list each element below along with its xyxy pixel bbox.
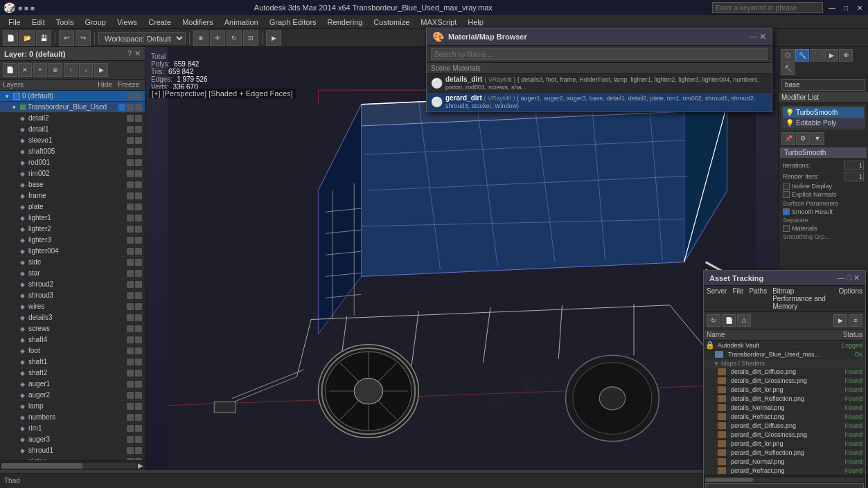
at-btn-reload[interactable]: ↻ — [707, 314, 720, 327]
layer-item[interactable]: ◆shaft4 — [0, 334, 145, 345]
material-row-details-dirt[interactable]: ⚪ details_dirt ( VRayMtl ) { details3, f… — [427, 74, 772, 93]
workspace-dropdown[interactable]: Workspace: Default — [98, 32, 186, 44]
material-browser-minimize[interactable]: — — [750, 32, 757, 42]
at-menu-bitmap[interactable]: Bitmap Performance and Memory — [772, 287, 833, 310]
layer-dot[interactable] — [135, 115, 142, 122]
layer-dot[interactable] — [127, 314, 134, 321]
layer-dot[interactable] — [127, 403, 134, 410]
layer-dot[interactable] — [135, 336, 142, 343]
layer-add-selection-button[interactable]: + — [33, 63, 47, 77]
layer-item[interactable]: ◆auger1 — [0, 379, 145, 390]
at-row[interactable]: details_dirt_Reflection.png Found — [704, 395, 865, 404]
mod-config-button[interactable]: ⚙ — [796, 132, 810, 145]
layer-dot[interactable] — [127, 347, 134, 354]
mod-pin-button[interactable]: 📌 — [781, 132, 795, 145]
menu-graph-editors[interactable]: Graph Editors — [264, 15, 322, 29]
open-button[interactable]: 📂 — [19, 30, 35, 46]
menu-animation[interactable]: Animation — [219, 15, 264, 29]
layer-dot[interactable] — [127, 170, 134, 177]
cp-tab-utility[interactable]: 🔨 — [781, 62, 795, 75]
at-menu-options[interactable]: Options — [839, 287, 862, 310]
layer-item[interactable]: ◆shroud3 — [0, 290, 145, 301]
layer-new-button[interactable]: 📄 — [3, 63, 17, 77]
layer-item[interactable]: ◆lighter3 — [0, 235, 145, 246]
scale-button[interactable]: ⊡ — [243, 30, 258, 46]
close-button[interactable]: ✕ — [855, 3, 865, 12]
layer-dot[interactable] — [127, 226, 134, 233]
render-iters-input[interactable] — [844, 172, 864, 181]
menu-file[interactable]: File — [3, 15, 26, 29]
layer-dot[interactable] — [127, 392, 134, 399]
menu-help[interactable]: Help — [462, 15, 489, 29]
menu-group[interactable]: Group — [79, 15, 112, 29]
cp-tab-modify[interactable]: 🔧 — [795, 49, 809, 62]
undo-button[interactable]: ↩ — [59, 30, 74, 46]
at-menu-file[interactable]: File — [732, 287, 743, 310]
at-scrollbar-h[interactable] — [705, 478, 864, 482]
new-button[interactable]: 📄 — [3, 30, 18, 46]
layer-item[interactable]: ◆numbers — [0, 412, 145, 423]
cp-tab-hierarchy[interactable]: ⬛ — [810, 49, 824, 62]
at-row[interactable]: perard_Refract.png Found — [704, 467, 865, 476]
layer-delete-button[interactable]: ✕ — [18, 63, 32, 77]
cp-tab-create[interactable]: ⬡ — [781, 49, 795, 62]
layers-col-freeze[interactable]: Freeze — [115, 81, 142, 89]
scroll-right-button[interactable]: ▶ — [138, 462, 143, 469]
at-row[interactable]: perard_dirt_Glossiness.png Found — [704, 431, 865, 440]
layer-dot[interactable] — [135, 359, 142, 365]
layer-dot[interactable] — [135, 215, 142, 222]
layer-dot[interactable] — [127, 148, 134, 155]
menu-maxscript[interactable]: MAXScript — [415, 15, 462, 29]
layer-dot[interactable] — [135, 425, 142, 432]
layer-dot[interactable] — [135, 403, 142, 410]
select-button[interactable]: ⊕ — [193, 30, 209, 46]
at-row[interactable]: perard_Normal.png Found — [704, 458, 865, 467]
layers-scrollbar[interactable] — [1, 463, 136, 469]
layer-dot[interactable] — [127, 381, 134, 388]
layer-freeze-dot[interactable] — [135, 93, 142, 100]
layer-down-button[interactable]: ↓ — [79, 63, 93, 77]
layer-item[interactable]: ◆auger2 — [0, 390, 145, 401]
layer-dot[interactable] — [135, 270, 142, 277]
layer-item[interactable]: ▾ Transbordeur_Blue_Used — [0, 102, 145, 113]
layer-dot[interactable] — [135, 436, 142, 443]
layer-dot[interactable] — [135, 204, 142, 210]
layer-item[interactable]: ◆plate — [0, 201, 145, 213]
at-row[interactable]: Transbordeur_Blue_Used_max_vray.max Ok — [704, 350, 865, 359]
layer-dot[interactable] — [127, 281, 134, 288]
layer-dot[interactable] — [127, 215, 134, 222]
modifier-visibility-icon[interactable]: 💡 — [786, 109, 794, 116]
explicit-normals-checkbox[interactable] — [783, 191, 790, 198]
at-btn-options[interactable]: ≡ — [849, 314, 862, 327]
layer-dot[interactable] — [135, 281, 142, 288]
layer-dot[interactable] — [135, 392, 142, 399]
layer-dot[interactable] — [127, 237, 134, 244]
layer-dot[interactable] — [127, 336, 134, 343]
layer-dot[interactable] — [135, 370, 142, 377]
layer-dot[interactable] — [135, 347, 142, 354]
layer-item[interactable]: ◆star — [0, 268, 145, 279]
cp-tab-motion[interactable]: ▶ — [824, 49, 838, 62]
layer-dot[interactable] — [127, 447, 134, 454]
redo-button[interactable]: ↪ — [76, 30, 91, 46]
layer-dot[interactable] — [127, 359, 134, 365]
layer-item[interactable]: ◆side — [0, 257, 145, 268]
layer-item[interactable]: ◆details3 — [0, 312, 145, 323]
minimize-button[interactable]: — — [827, 3, 837, 12]
at-row[interactable]: details_Normal.png Found — [704, 404, 865, 413]
at-path-input[interactable] — [705, 483, 864, 488]
layer-dot[interactable] — [135, 226, 142, 233]
layer-hide-dot[interactable] — [127, 104, 134, 111]
menu-edit[interactable]: Edit — [26, 15, 51, 29]
layer-dot[interactable] — [135, 314, 142, 321]
menu-rendering[interactable]: Rendering — [322, 15, 369, 29]
layer-dot[interactable] — [127, 270, 134, 277]
layer-item[interactable]: ◆lighter2 — [0, 224, 145, 235]
layer-select-button[interactable]: ⊕ — [48, 63, 62, 77]
material-browser-close[interactable]: ✕ — [759, 32, 766, 42]
layer-item[interactable]: ◆wires — [0, 301, 145, 312]
cp-tab-display[interactable]: 👁 — [839, 49, 853, 62]
layer-item[interactable]: ◆screws — [0, 323, 145, 334]
layer-dot[interactable] — [135, 447, 142, 454]
move-button[interactable]: ✛ — [210, 30, 225, 46]
